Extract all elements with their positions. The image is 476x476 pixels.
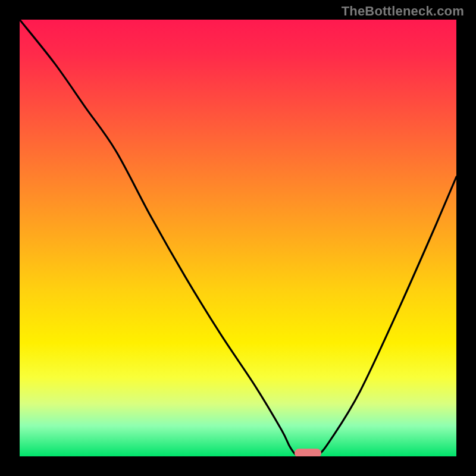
chart-frame: TheBottleneck.com [0, 0, 476, 476]
watermark-text: TheBottleneck.com [342, 4, 464, 19]
bottleneck-curve [20, 20, 456, 456]
optimal-marker [295, 449, 321, 456]
plot-area [20, 20, 456, 456]
